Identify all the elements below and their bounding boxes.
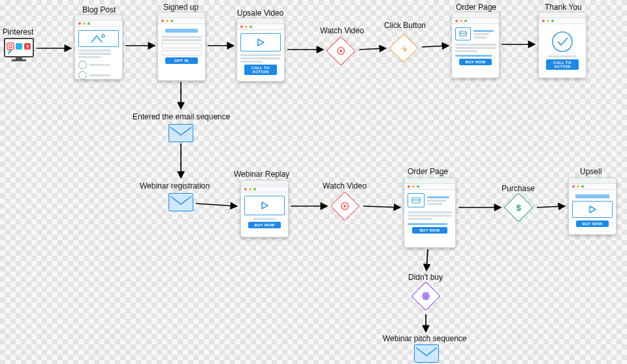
label-purchase: Purchase [502, 184, 535, 193]
btn-buy-3: BUY NOW [412, 227, 447, 234]
label-replay: Webinar Replay [234, 170, 289, 179]
diamond-watch-1 [326, 36, 355, 65]
diamond-watch-2 [330, 191, 359, 220]
label-signed-up: Signed up [163, 3, 199, 12]
card-icon [459, 31, 467, 37]
svg-line-38 [537, 206, 564, 207]
label-upsale: Upsale Video [237, 8, 283, 18]
card-order-1: BUY NOW [451, 12, 500, 78]
card-blog-post [74, 14, 123, 80]
mountain-icon [90, 33, 107, 44]
svg-line-36 [363, 206, 400, 207]
card-signed-up: OPT IN [157, 12, 206, 81]
card-icon [411, 197, 421, 204]
label-pitch-seq: Webinar pitch sequence [383, 334, 467, 343]
svg-line-30 [422, 46, 448, 47]
svg-marker-17 [344, 205, 347, 208]
svg-marker-9 [258, 39, 264, 46]
click-icon [399, 44, 408, 53]
btn-opt-in: OPT IN [165, 57, 198, 64]
svg-line-39 [426, 249, 428, 270]
label-order-2: Order Page [408, 167, 448, 176]
diamond-purchase: $ [504, 192, 533, 222]
diamond-didnt-buy [411, 281, 440, 311]
mail-icon-3 [414, 344, 439, 363]
label-order-1: Order Page [456, 3, 496, 12]
card-upsell: BUY NOW [568, 177, 617, 235]
svg-marker-15 [262, 202, 268, 209]
funnel-diagram: Pinterest Blog Post Signed up Upsale Vid… [0, 0, 627, 364]
label-didnt-buy: Didn't buy [408, 273, 443, 282]
atom-icon [421, 292, 430, 301]
card-order-2: BUY NOW [404, 177, 456, 248]
label-thankyou: Thank You [545, 3, 582, 12]
card-upsale-video: CALL TO ACTION [236, 18, 285, 82]
card-replay: BUY NOW [240, 180, 289, 237]
svg-marker-11 [340, 50, 344, 53]
btn-buy-1: BUY NOW [459, 59, 492, 65]
play-icon [588, 205, 596, 213]
label-web-reg: Webinar registration [140, 181, 210, 190]
monitor-icon: f [4, 38, 34, 65]
mail-icon-2 [169, 193, 193, 211]
btn-cta-1: CALL TO ACTION [244, 65, 277, 75]
svg-point-24 [425, 296, 426, 297]
btn-buy-4: BUY NOW [576, 220, 609, 227]
svg-rect-3 [7, 43, 14, 50]
play-circle-icon [336, 46, 346, 55]
svg-rect-5 [16, 43, 22, 50]
dollar-icon: $ [516, 203, 521, 213]
label-click-btn: Click Button [384, 21, 426, 30]
play-icon [257, 38, 265, 46]
label-watch-1: Watch Video [320, 26, 364, 35]
svg-rect-1 [16, 57, 22, 59]
card-thank-you: CALL TO ACTION [538, 12, 587, 78]
svg-line-29 [359, 48, 385, 50]
svg-text:f: f [27, 44, 29, 50]
label-email-seq: Entered the email sequence [133, 112, 230, 121]
svg-point-8 [102, 35, 104, 37]
mail-icon-1 [169, 124, 193, 142]
play-circle-icon [340, 202, 349, 211]
btn-cta-2: CALL TO ACTION [546, 59, 579, 70]
btn-buy-2: BUY NOW [248, 222, 281, 228]
svg-point-14 [553, 32, 572, 52]
play-icon [261, 202, 268, 209]
svg-line-34 [196, 204, 236, 206]
check-circle-icon [550, 29, 575, 54]
svg-rect-2 [12, 59, 26, 61]
label-watch-2: Watch Video [323, 181, 366, 190]
label-pinterest: Pinterest [3, 27, 33, 37]
label-blog-post: Blog Post [82, 5, 116, 14]
diamond-click-button [389, 33, 418, 63]
svg-marker-20 [590, 206, 596, 213]
label-upsell: Upsell [580, 167, 602, 176]
